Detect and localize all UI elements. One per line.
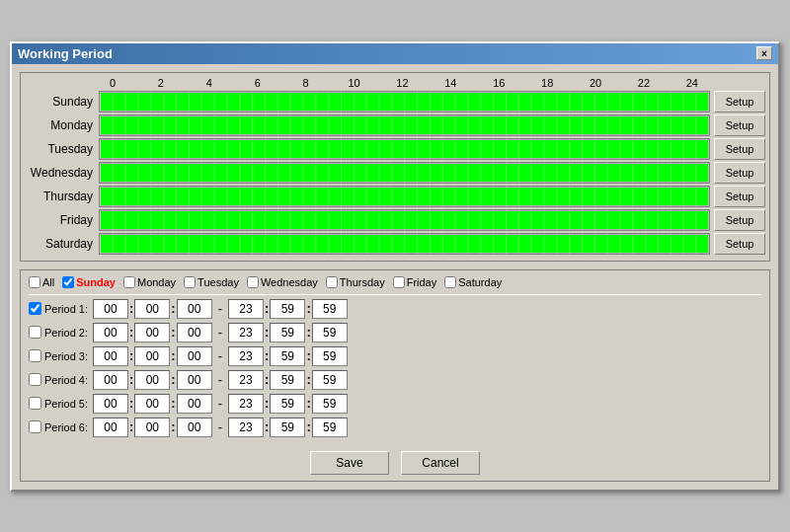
- period-1-start_h[interactable]: [93, 299, 128, 319]
- checkbox-label-sunday: Sunday: [76, 276, 116, 288]
- period-5-end_h[interactable]: [228, 394, 264, 414]
- period-2-end_s[interactable]: [312, 323, 348, 342]
- setup-button-sunday[interactable]: Setup: [714, 91, 765, 113]
- period-3-start_h[interactable]: [93, 346, 128, 366]
- period-checkbox-2[interactable]: [29, 326, 41, 339]
- day-row: SaturdaySetup: [25, 233, 765, 255]
- start-time-group-6: ::: [93, 418, 212, 437]
- day-row: MondaySetup: [25, 114, 765, 136]
- period-5-end_s[interactable]: [312, 394, 348, 414]
- end-time-group-2: ::: [228, 323, 348, 342]
- day-label: Friday: [25, 213, 99, 227]
- checkbox-label-wednesday: Wednesday: [261, 276, 318, 288]
- period-3-end_m[interactable]: [270, 346, 305, 366]
- day-bar-container: [99, 91, 710, 113]
- period-4-start_m[interactable]: [134, 370, 170, 390]
- day-bar-grid: [100, 139, 709, 159]
- period-3-start_s[interactable]: [177, 346, 212, 366]
- period-checkbox-1[interactable]: [29, 302, 41, 315]
- period-label-3: Period 3:: [29, 349, 93, 362]
- checkbox-friday[interactable]: [393, 276, 405, 288]
- checkbox-item-sunday: Sunday: [62, 276, 116, 288]
- period-3-start_m[interactable]: [134, 346, 170, 366]
- period-4-end_h[interactable]: [228, 370, 264, 390]
- period-1-end_h[interactable]: [228, 299, 264, 319]
- period-5-start_h[interactable]: [93, 394, 128, 414]
- period-6-end_m[interactable]: [270, 418, 305, 437]
- setup-button-wednesday[interactable]: Setup: [714, 162, 765, 184]
- checkbox-thursday[interactable]: [326, 276, 338, 288]
- checkbox-monday[interactable]: [123, 276, 135, 288]
- period-6-start_h[interactable]: [93, 418, 128, 437]
- period-4-start_s[interactable]: [177, 370, 212, 390]
- ruler-label: 6: [244, 77, 272, 89]
- checkbox-item-monday: Monday: [123, 276, 176, 288]
- checkbox-tuesday[interactable]: [184, 276, 196, 288]
- time-dash: -: [212, 325, 228, 340]
- ruler-label: 10: [341, 77, 368, 89]
- day-label: Saturday: [25, 237, 99, 251]
- period-6-start_m[interactable]: [134, 418, 170, 437]
- ruler-label: 24: [678, 77, 706, 89]
- checkbox-wednesday[interactable]: [247, 276, 259, 288]
- setup-button-saturday[interactable]: Setup: [714, 233, 765, 255]
- period-1-end_m[interactable]: [270, 299, 305, 319]
- cancel-button[interactable]: Cancel: [401, 451, 480, 475]
- checkbox-saturday[interactable]: [444, 276, 456, 288]
- checkbox-item-thursday: Thursday: [326, 276, 385, 288]
- ruler-label: 0: [99, 77, 126, 89]
- period-checkbox-3[interactable]: [29, 349, 41, 362]
- day-row: ThursdaySetup: [25, 186, 765, 207]
- checkbox-all[interactable]: [29, 276, 40, 288]
- period-checkbox-4[interactable]: [29, 373, 41, 386]
- period-5-end_m[interactable]: [270, 394, 305, 414]
- ruler-label: 8: [292, 77, 320, 89]
- period-2-start_h[interactable]: [93, 323, 128, 342]
- day-label: Sunday: [25, 95, 99, 109]
- day-bar-grid: [100, 115, 709, 135]
- period-label-6: Period 6:: [29, 420, 93, 433]
- period-label-text-3: Period 3:: [44, 350, 88, 362]
- close-button[interactable]: ×: [756, 46, 772, 60]
- period-3-end_s[interactable]: [312, 346, 348, 366]
- period-5-start_m[interactable]: [134, 394, 170, 414]
- checkbox-label-friday: Friday: [407, 276, 437, 288]
- time-dash: -: [212, 348, 228, 363]
- checkbox-item-wednesday: Wednesday: [247, 276, 318, 288]
- day-checkboxes: AllSundayMondayTuesdayWednesdayThursdayF…: [29, 276, 761, 288]
- setup-button-tuesday[interactable]: Setup: [714, 138, 765, 160]
- checkbox-item-all: All: [29, 276, 54, 288]
- period-2-end_h[interactable]: [228, 323, 264, 342]
- period-5-start_s[interactable]: [177, 394, 212, 414]
- period-3-end_h[interactable]: [228, 346, 264, 366]
- save-button[interactable]: Save: [310, 451, 389, 475]
- period-4-end_s[interactable]: [312, 370, 348, 390]
- day-label: Thursday: [25, 190, 99, 203]
- period-6-start_s[interactable]: [177, 418, 212, 437]
- period-2-start_s[interactable]: [177, 323, 212, 342]
- day-bar-grid: [100, 92, 709, 112]
- period-checkbox-6[interactable]: [29, 420, 41, 433]
- period-4-end_m[interactable]: [270, 370, 305, 390]
- ruler-label: 22: [630, 77, 658, 89]
- setup-button-monday[interactable]: Setup: [714, 114, 765, 136]
- day-label: Monday: [25, 118, 99, 132]
- day-label: Tuesday: [25, 142, 99, 156]
- period-2-end_m[interactable]: [270, 323, 305, 342]
- start-time-group-3: ::: [93, 346, 212, 366]
- period-1-end_s[interactable]: [312, 299, 348, 319]
- period-6-end_s[interactable]: [312, 418, 348, 437]
- period-2-start_m[interactable]: [134, 323, 170, 342]
- checkbox-item-tuesday: Tuesday: [184, 276, 239, 288]
- period-1-start_s[interactable]: [177, 299, 212, 319]
- period-6-end_h[interactable]: [228, 418, 264, 437]
- setup-button-thursday[interactable]: Setup: [714, 186, 765, 207]
- period-checkbox-5[interactable]: [29, 397, 41, 410]
- checkbox-sunday[interactable]: [62, 276, 74, 288]
- day-row: TuesdaySetup: [25, 138, 765, 160]
- end-time-group-6: ::: [228, 418, 348, 437]
- setup-button-friday[interactable]: Setup: [714, 209, 765, 231]
- period-1-start_m[interactable]: [134, 299, 170, 319]
- period-4-start_h[interactable]: [93, 370, 128, 390]
- period-row-3: Period 3:::-::: [29, 346, 761, 366]
